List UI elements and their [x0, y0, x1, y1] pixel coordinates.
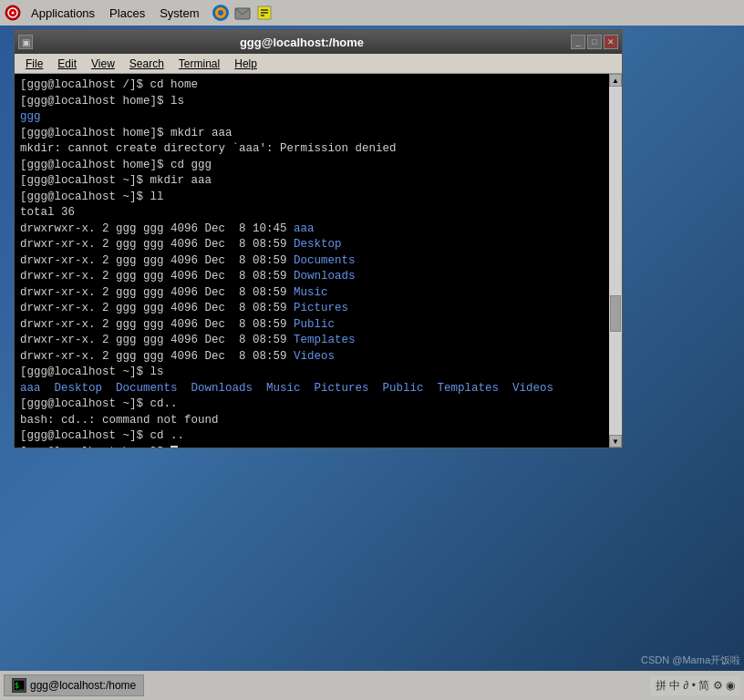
top-panel: Applications Places System [0, 0, 744, 26]
system-menu[interactable]: System [154, 5, 204, 22]
close-button[interactable]: ✕ [604, 35, 618, 49]
menu-file[interactable]: File [18, 56, 50, 72]
menu-help[interactable]: Help [227, 56, 264, 72]
taskbar-terminal[interactable]: $_ ggg@localhost:/home [4, 674, 144, 696]
line-16: drwxr-xr-x. 2 ggg ggg 4096 Dec 8 08:59 P… [20, 317, 605, 334]
line-11: drwxr-xr-x. 2 ggg ggg 4096 Dec 8 08:59 D… [20, 237, 605, 253]
line-4: [ggg@localhost home]$ mkdir aaa [20, 126, 605, 142]
titlebar-controls: _ □ ✕ [571, 35, 618, 49]
menu-search[interactable]: Search [122, 56, 171, 72]
line-15: drwxr-xr-x. 2 ggg ggg 4096 Dec 8 08:59 P… [20, 301, 605, 317]
menu-terminal[interactable]: Terminal [171, 56, 227, 72]
maximize-button[interactable]: □ [587, 35, 602, 49]
taskbar-terminal-icon: $_ [12, 678, 26, 693]
tray-icon-6[interactable]: ⚙ [713, 679, 723, 692]
line-18: drwxr-xr-x. 2 ggg ggg 4096 Dec 8 08:59 V… [20, 349, 605, 365]
line-3: ggg [20, 109, 605, 126]
svg-point-5 [218, 10, 223, 15]
titlebar-left: ▣ [18, 35, 33, 49]
system-tray: 拼 中 ∂ • 简 ⚙ ◉ [650, 676, 740, 695]
edit-icon[interactable] [255, 4, 274, 22]
terminal-window: ▣ ggg@localhost:/home _ □ ✕ File Edit Vi… [14, 29, 623, 448]
app-icon [4, 4, 22, 22]
firefox-icon[interactable] [212, 4, 230, 22]
terminal-titlebar: ▣ ggg@localhost:/home _ □ ✕ [15, 30, 622, 54]
taskbar-terminal-label: ggg@localhost:/home [30, 679, 136, 692]
line-13: drwxr-xr-x. 2 ggg ggg 4096 Dec 8 08:59 D… [20, 269, 605, 285]
line-10: drwxrwxr-x. 2 ggg ggg 4096 Dec 8 10:45 a… [20, 221, 605, 238]
tray-icon-5[interactable]: 简 [698, 679, 709, 692]
tray-icon-3[interactable]: ∂ [683, 679, 688, 692]
places-menu[interactable]: Places [104, 5, 150, 22]
line-17: drwxr-xr-x. 2 ggg ggg 4096 Dec 8 08:59 T… [20, 333, 605, 349]
minimize-button[interactable]: _ [571, 35, 585, 49]
terminal-title: ggg@localhost:/home [33, 36, 571, 49]
applications-menu[interactable]: Applications [26, 5, 100, 22]
line-5: mkdir: cannot create directory `aaa': Pe… [20, 141, 605, 158]
line-12: drwxr-xr-x. 2 ggg ggg 4096 Dec 8 08:59 D… [20, 253, 605, 270]
line-19: [ggg@localhost ~]$ ls [20, 365, 605, 381]
menu-edit[interactable]: Edit [50, 56, 84, 72]
tray-icons: 拼 中 ∂ • 简 ⚙ ◉ [650, 676, 740, 695]
line-22: bash: cd..: command not found [20, 413, 605, 429]
line-14: drwxr-xr-x. 2 ggg ggg 4096 Dec 8 08:59 M… [20, 285, 605, 302]
line-20: aaa Desktop Documents Downloads Music Pi… [20, 381, 605, 397]
scroll-up-button[interactable]: ▲ [609, 74, 622, 87]
email-icon[interactable] [233, 4, 252, 22]
terminal-scrollbar[interactable]: ▲ ▼ [609, 74, 622, 448]
taskbar: $_ ggg@localhost:/home 拼 中 ∂ • 简 ⚙ ◉ [0, 671, 744, 700]
line-2: [ggg@localhost home]$ ls [20, 94, 605, 110]
menu-view[interactable]: View [84, 56, 122, 72]
line-1: [ggg@localhost /]$ cd home [20, 77, 605, 94]
line-9: total 36 [20, 205, 605, 221]
line-23: [ggg@localhost ~]$ cd .. [20, 428, 605, 445]
scroll-track[interactable] [609, 87, 622, 435]
tray-icon-4[interactable]: • [692, 679, 696, 692]
cursor [170, 446, 178, 448]
desktop: Applications Places System [0, 0, 744, 700]
terminal-window-icon: ▣ [18, 35, 33, 49]
terminal-content[interactable]: [ggg@localhost /]$ cd home [ggg@localhos… [15, 74, 622, 448]
scroll-thumb[interactable] [610, 295, 621, 332]
line-7: [ggg@localhost ~]$ mkdir aaa [20, 173, 605, 190]
tray-icon-2[interactable]: 中 [669, 679, 680, 692]
line-8: [ggg@localhost ~]$ ll [20, 190, 605, 206]
svg-point-2 [12, 12, 15, 15]
tray-icon-7[interactable]: ◉ [726, 679, 735, 692]
line-21: [ggg@localhost ~]$ cd.. [20, 396, 605, 413]
scroll-down-button[interactable]: ▼ [609, 435, 622, 448]
svg-text:$_: $_ [15, 682, 24, 690]
tray-icon-1[interactable]: 拼 [656, 679, 666, 692]
watermark: CSDN @Mama开饭啦 [641, 654, 740, 667]
terminal-menubar: File Edit View Search Terminal Help [15, 54, 622, 74]
line-6: [ggg@localhost home]$ cd ggg [20, 158, 605, 174]
line-24: [ggg@localhost home]$ [20, 445, 605, 448]
